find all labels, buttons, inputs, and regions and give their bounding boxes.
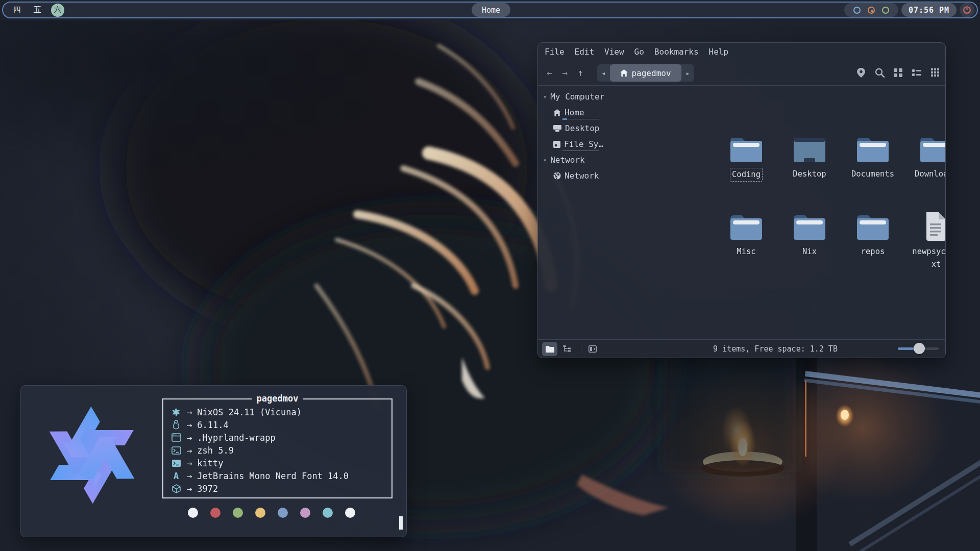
fetch-terminal-value: kitty <box>197 458 223 468</box>
workspace-6-active[interactable]: 六 <box>51 4 64 17</box>
file-label: Documents <box>851 168 894 181</box>
menu-go[interactable]: Go <box>634 47 644 61</box>
file-item-newpsych-txt[interactable]: newpsych.txt <box>908 211 946 271</box>
expander-triangle-icon[interactable]: ▾ <box>543 93 547 101</box>
clock[interactable]: 07:56 PM <box>901 3 957 17</box>
active-window-title[interactable]: Home <box>472 3 510 17</box>
file-item-desktop[interactable]: Desktop <box>781 136 838 181</box>
sidebar-group-network[interactable]: ▾ Network <box>538 152 625 168</box>
path-segment-home[interactable]: pagedmov <box>610 64 681 82</box>
filesystem-icon <box>553 141 560 148</box>
icon-view-toggle-button[interactable] <box>542 342 557 356</box>
sidebar-item-desktop[interactable]: Desktop <box>538 120 625 136</box>
palette-dot-white2 <box>345 508 355 518</box>
location-pin-button[interactable] <box>854 66 868 79</box>
top-bar: 四 五 六 Home 07:56 PM <box>0 0 980 20</box>
fetch-font-value: JetBrains Mono Nerd Font 14.0 <box>197 471 349 481</box>
fetch-shell-value: zsh 5.9 <box>197 445 234 456</box>
sidebar-item-label: File Sy… <box>564 139 603 149</box>
file-label: Misc <box>737 245 755 258</box>
tray-indicator-green[interactable] <box>882 7 889 14</box>
path-scroll-left-icon[interactable]: ◂ <box>597 69 610 77</box>
menu-bookmarks[interactable]: Bookmarks <box>654 47 699 61</box>
folder-icon <box>856 213 890 242</box>
file-item-repos[interactable]: repos <box>844 213 901 258</box>
menu-edit[interactable]: Edit <box>575 47 595 61</box>
desktop: 四 五 六 Home 07:56 PM File Edit <box>0 0 980 551</box>
file-manager-body: ▾ My Computer Home Desktop <box>538 85 946 340</box>
workspace-4[interactable]: 四 <box>10 4 23 17</box>
palette-dot-yellow <box>255 508 265 518</box>
compact-view-button[interactable] <box>928 66 942 79</box>
up-button[interactable]: ↑ <box>574 65 587 80</box>
forward-button[interactable]: → <box>558 65 572 80</box>
file-item-coding[interactable]: Coding <box>718 136 775 182</box>
power-button[interactable] <box>960 3 974 17</box>
file-item-nix[interactable]: Nix <box>781 213 838 258</box>
sidebar-group-my-computer[interactable]: ▾ My Computer <box>538 89 625 105</box>
fetch-arrow: → <box>187 420 192 430</box>
text-file-icon <box>924 211 946 242</box>
folder-icon <box>919 136 946 164</box>
tray-indicator-orange[interactable] <box>868 7 875 14</box>
toolbar: ← → ↑ ◂ pagedmov ▸ <box>538 61 945 85</box>
top-bar-pill: 四 五 六 Home 07:56 PM <box>2 2 978 18</box>
side-pane-icon <box>589 345 597 353</box>
icon-view-grid-icon <box>894 68 902 77</box>
folder-icon <box>729 136 763 164</box>
file-item-documents[interactable]: Documents <box>844 136 901 181</box>
home-icon <box>620 69 628 77</box>
palette-dot-red <box>210 508 220 518</box>
path-scroll-right-icon[interactable]: ▸ <box>681 69 694 77</box>
list-view-icon <box>912 69 921 77</box>
status-bar: 9 items, Free space: 1.2 TB <box>538 339 945 358</box>
sidebar-item-filesystem[interactable]: File Sy… <box>538 136 625 152</box>
palette-dot-white <box>188 508 198 518</box>
sidebar-item-network[interactable]: Network <box>538 168 625 184</box>
file-item-downloads[interactable]: Downloads <box>908 136 946 181</box>
file-manager-window: File Edit View Go Bookmarks Help ← → ↑ ◂… <box>537 42 946 358</box>
fetch-info-box: pagedmov → NixOS 24.11 (Vicuna) <box>162 398 393 498</box>
file-item-misc[interactable]: Misc <box>718 213 775 258</box>
fetch-arrow: → <box>187 445 192 456</box>
workspace-5[interactable]: 五 <box>31 4 44 17</box>
file-grid: Coding Desktop Documents Downloads Media <box>625 86 946 341</box>
expander-triangle-icon[interactable]: ▾ <box>543 157 547 164</box>
tree-view-toggle-button[interactable] <box>559 342 575 356</box>
terminal-cursor <box>399 516 403 530</box>
desktop-icon <box>553 125 561 132</box>
palette-dot-cyan <box>323 508 333 518</box>
fetch-arrow: → <box>187 471 192 481</box>
file-label: Desktop <box>793 168 826 181</box>
tray-indicator-blue[interactable] <box>853 7 861 14</box>
back-button[interactable]: ← <box>543 65 556 80</box>
palette-dot-magenta <box>300 508 310 518</box>
workspace-switcher: 四 五 六 <box>10 3 64 17</box>
menu-file[interactable]: File <box>545 47 565 61</box>
tree-view-icon <box>563 345 571 353</box>
side-pane-toggle-button[interactable] <box>585 342 600 356</box>
file-label: Coding <box>730 168 763 182</box>
menu-help[interactable]: Help <box>709 47 729 61</box>
fetch-row-kernel: → 6.11.4 <box>170 418 388 431</box>
file-label: newpsych.txt <box>912 245 946 271</box>
palette-dot-blue <box>278 508 288 518</box>
places-sidebar: ▾ My Computer Home Desktop <box>538 86 625 341</box>
sidebar-item-label: Network <box>565 171 599 181</box>
list-view-button[interactable] <box>910 66 923 79</box>
menu-view[interactable]: View <box>604 47 624 61</box>
power-icon <box>963 6 971 14</box>
fetch-arrow: → <box>187 407 192 417</box>
statusbar-separator <box>581 343 581 355</box>
search-button[interactable] <box>873 66 886 79</box>
fetch-row-font: A → JetBrains Mono Nerd Font 14.0 <box>170 469 388 482</box>
fetch-kernel-value: 6.11.4 <box>197 420 228 430</box>
zoom-slider[interactable] <box>898 347 939 350</box>
fetch-arrow: → <box>187 458 192 468</box>
icon-view-button[interactable] <box>891 66 904 79</box>
folder-icon <box>856 136 890 164</box>
home-icon <box>553 109 561 116</box>
sidebar-item-home[interactable]: Home <box>538 105 625 120</box>
zoom-slider-handle[interactable] <box>914 343 925 354</box>
location-pin-icon <box>857 68 865 78</box>
